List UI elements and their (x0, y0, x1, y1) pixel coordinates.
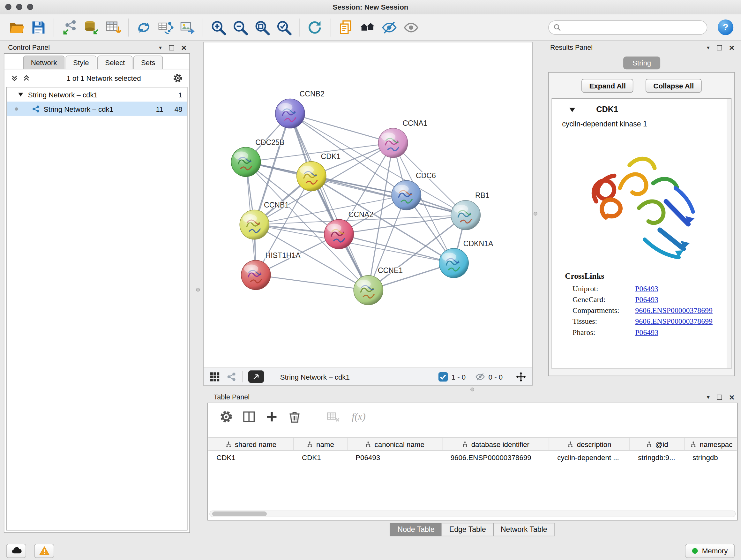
show-grid-button[interactable] (210, 372, 219, 381)
results-scrollbar[interactable] (727, 99, 731, 368)
tab-network[interactable]: Network (23, 56, 64, 69)
show-eye-button[interactable] (400, 16, 422, 38)
open-file-button[interactable] (6, 16, 27, 38)
table-row[interactable]: CDK1CDK1P064939606.ENSP00000378699cyclin… (208, 451, 737, 464)
memory-button[interactable]: Memory (685, 543, 735, 558)
network-node-CCNB2[interactable]: CCNB2 (275, 90, 325, 128)
gear-icon (173, 73, 183, 83)
search-box[interactable] (548, 20, 707, 35)
zoom-selected-button[interactable] (273, 16, 294, 38)
panel-float-icon[interactable] (169, 45, 174, 50)
save-session-button[interactable] (27, 16, 49, 38)
expand-all-button[interactable]: Expand All (582, 79, 633, 92)
tab-node-table[interactable]: Node Table (390, 523, 442, 537)
edge-CCNB2-CCNE1[interactable] (290, 114, 368, 290)
expand-all-networks-icon[interactable] (23, 74, 30, 81)
panel-menu-icon[interactable]: ▾ (707, 45, 710, 51)
delete-table-button[interactable] (326, 410, 340, 423)
clone-network-button[interactable] (133, 16, 155, 38)
window-close-button[interactable] (5, 4, 11, 10)
column-header-database-identifier[interactable]: database identifier (442, 438, 549, 450)
crosslink-value-link[interactable]: 9606.ENSP00000378699 (635, 306, 713, 315)
network-node-CDK1[interactable]: CDK1 (297, 152, 340, 191)
tab-string[interactable]: String (623, 57, 660, 69)
control-panel-header: Control Panel ▾ × (4, 42, 190, 53)
crosslink-value-link[interactable]: 9606.ENSP00000378699 (635, 317, 713, 326)
splitter-handle[interactable] (196, 288, 200, 292)
table-settings-button[interactable] (219, 410, 233, 423)
tree-expander-icon[interactable] (18, 92, 23, 97)
home-view-button[interactable] (356, 16, 378, 38)
cloud-status-button[interactable] (6, 543, 26, 558)
network-node-CCNB1[interactable]: CCNB1 (240, 201, 289, 240)
copy-document-button[interactable] (335, 16, 356, 38)
import-network-file-button[interactable] (58, 16, 80, 38)
panel-close-icon[interactable]: × (729, 43, 735, 52)
tab-edge-table[interactable]: Edge Table (442, 523, 494, 537)
tab-sets[interactable]: Sets (133, 56, 163, 69)
network-node-CDC6[interactable]: CDC6 (392, 172, 436, 210)
crosslink-value-link[interactable]: P06493 (635, 285, 658, 293)
warnings-button[interactable] (34, 543, 54, 558)
tab-select[interactable]: Select (97, 56, 132, 69)
hidden-eye-icon[interactable] (475, 372, 485, 381)
network-canvas[interactable]: CCNB2CCNA1CDC25BCDK1CDC6RB1CCNB1CCNA2CDK… (204, 42, 532, 368)
column-header-name[interactable]: name (294, 438, 347, 450)
collapse-all-networks-icon[interactable] (11, 74, 18, 81)
import-network-database-icon (83, 19, 99, 36)
delete-column-button[interactable] (287, 410, 301, 423)
export-image-button[interactable] (177, 16, 198, 38)
crosslink-value-link[interactable]: P06493 (635, 328, 658, 337)
column-header-description[interactable]: description (549, 438, 630, 450)
column-header-shared-name[interactable]: shared name (208, 438, 294, 450)
network-node-CDKN1A[interactable]: CDKN1A (439, 240, 493, 278)
import-network-database-button[interactable] (80, 16, 102, 38)
hide-glasses-button[interactable] (379, 16, 400, 38)
edge-CCNB2-CCNA1[interactable] (290, 114, 393, 143)
network-node-CCNE1[interactable]: CCNE1 (354, 266, 403, 305)
table-horizontal-scrollbar[interactable] (209, 510, 736, 517)
network-row[interactable]: String Network – cdk1 11 48 (7, 102, 187, 116)
window-zoom-button[interactable] (27, 4, 33, 10)
column-header--id[interactable]: @id (630, 438, 684, 450)
edge-HIST1H1A-CCNE1[interactable] (256, 275, 368, 290)
network-overview-button[interactable] (226, 372, 237, 381)
network-options-button[interactable] (173, 73, 183, 83)
column-header-namespac[interactable]: namespac (684, 438, 737, 450)
network-collection-row[interactable]: String Network – cdk1 1 (7, 87, 187, 102)
scrollbar-thumb[interactable] (212, 511, 267, 516)
network-node-CCNA1[interactable]: CCNA1 (379, 119, 428, 158)
network-node-HIST1H1A[interactable]: HIST1H1A (241, 251, 301, 290)
collapse-all-button[interactable]: Collapse All (646, 79, 701, 92)
zoom-fit-button[interactable] (251, 16, 273, 38)
panel-menu-icon[interactable]: ▾ (159, 45, 162, 51)
birdseye-view-button[interactable] (248, 370, 264, 383)
help-button[interactable]: ? (718, 19, 733, 35)
zoom-in-button[interactable] (207, 16, 229, 38)
window-minimize-button[interactable] (16, 4, 22, 10)
panel-float-icon[interactable] (717, 45, 722, 50)
panel-float-icon[interactable] (717, 394, 722, 399)
splitter-handle[interactable] (470, 388, 474, 391)
search-input[interactable] (564, 23, 702, 31)
zoom-out-button[interactable] (229, 16, 251, 38)
network-from-table-button[interactable] (155, 16, 177, 38)
tab-style[interactable]: Style (65, 56, 96, 69)
panel-close-icon[interactable]: × (729, 392, 735, 401)
collapse-section-icon[interactable] (569, 107, 576, 112)
crosslink-value-link[interactable]: P06493 (635, 295, 658, 304)
add-column-button[interactable] (265, 410, 279, 423)
tab-network-table[interactable]: Network Table (493, 523, 555, 537)
panel-close-icon[interactable]: × (181, 43, 187, 52)
refresh-view-button[interactable] (304, 16, 326, 38)
splitter-handle[interactable] (534, 212, 537, 215)
import-table-file-button[interactable] (102, 16, 124, 38)
network-tree: String Network – cdk1 1 String Network –… (6, 87, 187, 530)
pan-mode-button[interactable] (516, 372, 526, 381)
function-builder-button[interactable]: f(x) (352, 411, 365, 422)
panel-menu-icon[interactable]: ▾ (707, 394, 710, 400)
show-columns-button[interactable] (242, 410, 256, 423)
column-header-canonical-name[interactable]: canonical name (347, 438, 443, 450)
network-node-RB1[interactable]: RB1 (451, 191, 489, 230)
selected-checkbox-icon[interactable] (438, 372, 448, 381)
